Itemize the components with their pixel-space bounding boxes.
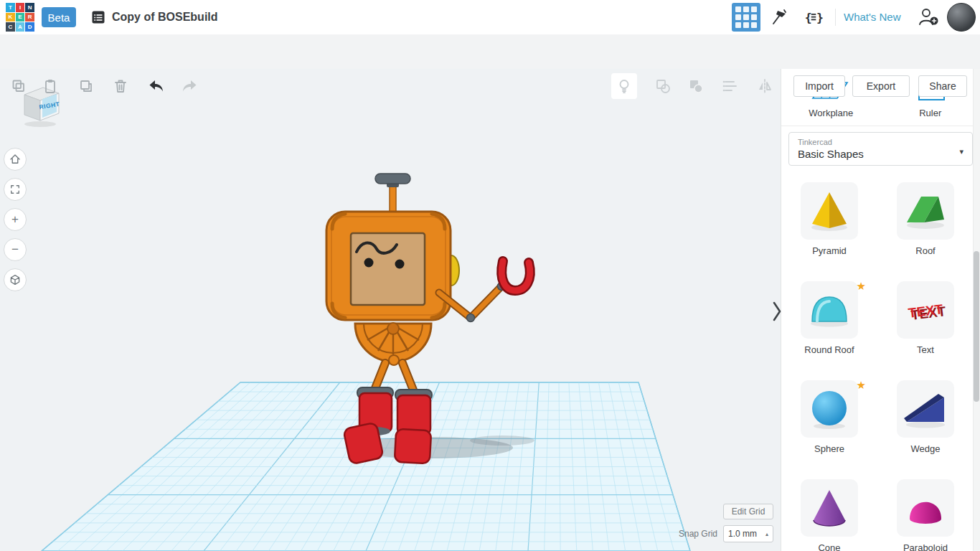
caret-down-icon: ▾ [959, 147, 963, 156]
snap-grid-value: 1.0 mm [728, 529, 757, 539]
user-avatar[interactable] [947, 3, 976, 32]
pyramid-icon [801, 182, 858, 240]
dashboard-button[interactable] [732, 3, 760, 32]
caret-up-icon: ▴ [765, 531, 768, 537]
shape-item-round-roof[interactable]: ★ Round Roof [781, 274, 877, 373]
home-view-button[interactable] [4, 148, 27, 171]
tinkercad-logo[interactable]: T I N K E R C A D [6, 3, 34, 32]
ungroup-icon[interactable] [683, 73, 709, 99]
favorite-star-icon: ★ [857, 280, 866, 293]
svg-text:{: { [805, 11, 812, 24]
shape-item-roof[interactable]: ★ Roof [877, 175, 974, 274]
fit-view-button[interactable] [4, 178, 27, 201]
beta-badge[interactable]: Beta [42, 7, 76, 27]
edit-grid-button[interactable]: Edit Grid [723, 504, 773, 519]
viewport[interactable]: RIGHT + − Edit Grid Snap Grid 1.0 mm ▴ [0, 69, 781, 551]
snap-grid-select[interactable]: 1.0 mm ▴ [723, 525, 773, 542]
logo-tile: C [6, 22, 15, 32]
panel-collapse-handle[interactable] [771, 297, 783, 326]
logo-tile: N [25, 3, 34, 12]
shape-category-dropdown[interactable]: Tinkercad Basic Shapes ▾ [788, 132, 973, 166]
header-divider [835, 9, 836, 26]
panel-divider [781, 126, 980, 126]
invite-person-icon[interactable] [918, 8, 938, 25]
snap-grid-label: Snap Grid [631, 529, 717, 539]
show-hide-icon[interactable] [611, 73, 637, 99]
3d-scene[interactable] [0, 69, 781, 551]
duplicate-icon[interactable] [73, 73, 99, 99]
cone-icon [801, 479, 858, 537]
mirror-icon[interactable] [752, 73, 778, 99]
import-button[interactable]: Import [793, 75, 845, 97]
shapes-panel: Workplane Ruler Tinkercad Basic Shapes ▾ [781, 69, 980, 551]
sphere-icon [801, 380, 858, 438]
codeblocks-icon[interactable]: { } [804, 9, 824, 26]
shape-item-pyramid[interactable]: ★ Pyramid [781, 175, 877, 274]
edit-toolbar: Import Export Share [0, 34, 980, 69]
logo-tile: T [6, 3, 15, 12]
export-button[interactable]: Export [852, 75, 910, 97]
align-icon[interactable] [717, 73, 743, 99]
round-roof-icon [801, 281, 858, 339]
group-icon[interactable] [650, 73, 676, 99]
redo-icon[interactable] [176, 73, 202, 99]
shape-item-wedge[interactable]: ★ Wedge [877, 373, 974, 472]
logo-tile: K [6, 13, 15, 22]
shape-grid: ★ Pyramid ★ [781, 175, 974, 551]
delete-icon[interactable] [108, 73, 133, 99]
copy-icon[interactable] [6, 73, 32, 99]
logo-tile: A [16, 22, 25, 32]
wedge-icon [897, 380, 954, 438]
logo-tile: R [25, 13, 34, 22]
app-window: T I N K E R C A D Beta Copy of BOSEbuild [0, 0, 980, 551]
favorite-star-icon: ★ [857, 379, 866, 392]
roof-icon [897, 182, 954, 240]
logo-tile: I [16, 3, 25, 12]
paraboloid-icon [897, 479, 954, 537]
panel-scrollbar[interactable] [973, 69, 980, 551]
logo-tile: D [25, 22, 34, 32]
zoom-in-button[interactable]: + [4, 208, 27, 231]
paste-icon[interactable] [37, 73, 63, 99]
svg-text:}: } [816, 11, 824, 24]
logo-tile: E [16, 13, 25, 22]
design-properties-icon[interactable] [91, 10, 105, 24]
shape-item-cone[interactable]: ★ Cone [781, 472, 877, 551]
shape-item-sphere[interactable]: ★ Sphere [781, 373, 877, 472]
tinker-tools-icon[interactable] [768, 9, 788, 26]
text-icon: TEXT TEXT [897, 281, 954, 339]
shape-item-text[interactable]: ★ TEXT TEXT Text [877, 274, 974, 373]
document-title[interactable]: Copy of BOSEbuild [112, 0, 218, 34]
zoom-out-button[interactable]: − [4, 238, 27, 261]
top-bar: T I N K E R C A D Beta Copy of BOSEbuild [0, 0, 980, 34]
whats-new-link[interactable]: What's New [844, 0, 901, 34]
undo-icon[interactable] [143, 73, 169, 99]
shape-item-paraboloid[interactable]: ★ Paraboloid [877, 472, 974, 551]
share-button[interactable]: Share [918, 75, 967, 97]
scrollbar-thumb[interactable] [974, 251, 979, 402]
perspective-toggle-button[interactable] [4, 268, 27, 291]
